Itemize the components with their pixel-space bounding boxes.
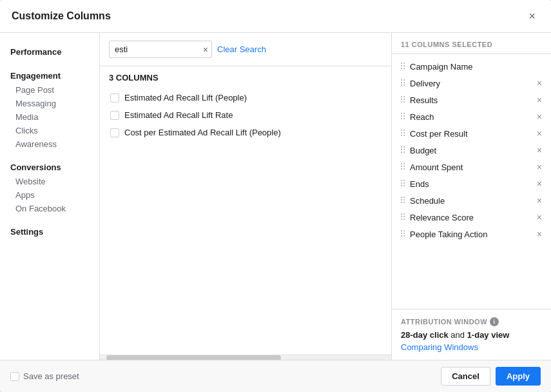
selected-item-3: ⠿ Reach × bbox=[392, 108, 551, 125]
selected-item-1: ⠿ Delivery × bbox=[392, 75, 551, 92]
selected-item-8: ⠿ Schedule × bbox=[392, 192, 551, 209]
search-input[interactable] bbox=[109, 41, 212, 58]
apply-button[interactable]: Apply bbox=[496, 367, 541, 386]
selected-item-6: ⠿ Amount Spent × bbox=[392, 159, 551, 175]
selected-item-4: ⠿ Cost per Result × bbox=[392, 125, 551, 142]
sidebar-item-messaging[interactable]: Messaging bbox=[0, 97, 99, 110]
customize-columns-modal: Customize Columns × Performance Engageme… bbox=[0, 0, 551, 392]
selected-item-10: ⠿ People Taking Action × bbox=[392, 226, 551, 242]
selected-item-9: ⠿ Relevance Score × bbox=[392, 209, 551, 226]
modal-body: Performance Engagement Page Post Messagi… bbox=[0, 33, 551, 360]
drag-handle-icon[interactable]: ⠿ bbox=[400, 162, 406, 172]
selected-item-label-1: Delivery bbox=[410, 79, 532, 88]
selected-item-label-4: Cost per Result bbox=[410, 129, 532, 139]
clear-icon[interactable]: × bbox=[203, 45, 208, 54]
drag-handle-icon[interactable]: ⠿ bbox=[400, 61, 406, 72]
column-label-1: Estimated Ad Recall Lift Rate bbox=[124, 110, 233, 120]
remove-button-2[interactable]: × bbox=[536, 95, 543, 104]
sidebar-item-awareness[interactable]: Awareness bbox=[0, 137, 99, 151]
search-input-wrapper: × bbox=[109, 41, 212, 58]
remove-button-6[interactable]: × bbox=[536, 162, 543, 172]
attribution-and-text: and bbox=[449, 330, 467, 340]
drag-handle-icon[interactable]: ⠿ bbox=[400, 78, 406, 88]
drag-handle-icon[interactable]: ⠿ bbox=[400, 212, 406, 222]
remove-button-8[interactable]: × bbox=[536, 196, 543, 205]
sidebar-section-performance[interactable]: Performance bbox=[0, 43, 99, 59]
remove-button-3[interactable]: × bbox=[536, 112, 543, 121]
sidebar-item-clicks[interactable]: Clicks bbox=[0, 124, 99, 137]
close-button[interactable]: × bbox=[525, 9, 539, 23]
comparing-windows-link[interactable]: Comparing Windows bbox=[401, 342, 478, 352]
drag-handle-icon[interactable]: ⠿ bbox=[400, 112, 406, 122]
selected-item-label-2: Results bbox=[410, 95, 532, 105]
column-label-2: Cost per Estimated Ad Recall Lift (Peopl… bbox=[124, 128, 281, 137]
sidebar-item-on-facebook[interactable]: On Facebook bbox=[0, 202, 99, 215]
modal-footer: Save as preset Cancel Apply bbox=[0, 360, 551, 392]
horizontal-scrollbar[interactable] bbox=[100, 355, 391, 360]
search-bar: × Clear Search bbox=[100, 33, 391, 66]
save-preset-area: Save as preset bbox=[10, 371, 79, 381]
drag-handle-icon[interactable]: ⠿ bbox=[400, 95, 406, 105]
save-preset-label: Save as preset bbox=[23, 371, 79, 381]
selected-item-label-9: Relevance Score bbox=[410, 213, 532, 222]
selected-item-7: ⠿ Ends × bbox=[392, 175, 551, 192]
info-icon[interactable]: i bbox=[490, 317, 499, 326]
selected-item-2: ⠿ Results × bbox=[392, 92, 551, 108]
selected-item-5: ⠿ Budget × bbox=[392, 142, 551, 159]
drag-handle-icon[interactable]: ⠿ bbox=[400, 195, 406, 206]
remove-button-4[interactable]: × bbox=[536, 129, 543, 138]
attribution-click-text: 28-day click bbox=[401, 330, 449, 340]
list-item: Estimated Ad Recall Lift (People) bbox=[109, 89, 382, 106]
selected-item-label-7: Ends bbox=[410, 179, 532, 189]
sidebar: Performance Engagement Page Post Messagi… bbox=[0, 33, 100, 360]
selected-header: 11 COLUMNS SELECTED bbox=[392, 33, 551, 54]
selected-item-label-6: Amount Spent bbox=[410, 162, 532, 172]
drag-handle-icon[interactable]: ⠿ bbox=[400, 128, 406, 139]
footer-buttons: Cancel Apply bbox=[441, 367, 541, 386]
sidebar-section-engagement[interactable]: Engagement bbox=[0, 67, 99, 83]
list-item: Estimated Ad Recall Lift Rate bbox=[109, 106, 382, 124]
remove-button-1[interactable]: × bbox=[536, 79, 543, 88]
columns-count: 3 COLUMNS bbox=[100, 66, 391, 86]
right-panel: 11 COLUMNS SELECTED ⠿ Campaign Name ⠿ De… bbox=[391, 33, 551, 360]
selected-item-label-10: People Taking Action bbox=[410, 230, 532, 239]
column-checkbox-1[interactable] bbox=[110, 111, 119, 120]
middle-panel: × Clear Search 3 COLUMNS Estimated Ad Re… bbox=[100, 33, 391, 360]
drag-handle-icon[interactable]: ⠿ bbox=[400, 145, 406, 155]
clear-search-button[interactable]: Clear Search bbox=[217, 44, 266, 54]
drag-handle-icon[interactable]: ⠿ bbox=[400, 179, 406, 189]
attribution-view-text: 1-day view bbox=[467, 330, 510, 340]
scrollbar-thumb bbox=[106, 355, 281, 360]
sidebar-section-conversions[interactable]: Conversions bbox=[0, 159, 99, 175]
save-preset-checkbox[interactable] bbox=[10, 372, 19, 381]
selected-item-label-8: Schedule bbox=[410, 196, 532, 206]
columns-list: Estimated Ad Recall Lift (People) Estima… bbox=[100, 86, 391, 355]
cancel-button[interactable]: Cancel bbox=[441, 367, 490, 386]
selected-list: ⠿ Campaign Name ⠿ Delivery × ⠿ Results ×… bbox=[392, 54, 551, 309]
attribution-text: 28-day click and 1-day view bbox=[401, 330, 542, 340]
attribution-section: ATTRIBUTION WINDOW i 28-day click and 1-… bbox=[392, 309, 551, 360]
list-item: Cost per Estimated Ad Recall Lift (Peopl… bbox=[109, 124, 382, 141]
sidebar-section-settings[interactable]: Settings bbox=[0, 223, 99, 239]
modal-header: Customize Columns × bbox=[0, 0, 551, 33]
column-checkbox-0[interactable] bbox=[110, 93, 119, 103]
attribution-header: ATTRIBUTION WINDOW i bbox=[401, 317, 542, 326]
remove-button-5[interactable]: × bbox=[536, 146, 543, 155]
modal-title: Customize Columns bbox=[12, 10, 111, 22]
attribution-header-label: ATTRIBUTION WINDOW bbox=[401, 318, 487, 326]
remove-button-9[interactable]: × bbox=[536, 213, 543, 222]
selected-item-label-5: Budget bbox=[410, 146, 532, 155]
sidebar-item-page-post[interactable]: Page Post bbox=[0, 83, 99, 97]
sidebar-item-media[interactable]: Media bbox=[0, 110, 99, 124]
remove-button-7[interactable]: × bbox=[536, 179, 543, 188]
selected-item-0: ⠿ Campaign Name bbox=[392, 58, 551, 75]
remove-button-10[interactable]: × bbox=[536, 230, 543, 239]
sidebar-item-apps[interactable]: Apps bbox=[0, 188, 99, 202]
column-checkbox-2[interactable] bbox=[110, 128, 119, 137]
sidebar-item-website[interactable]: Website bbox=[0, 175, 99, 188]
selected-item-label-3: Reach bbox=[410, 112, 532, 122]
column-label-0: Estimated Ad Recall Lift (People) bbox=[124, 93, 247, 103]
selected-item-label-0: Campaign Name bbox=[410, 62, 543, 72]
drag-handle-icon[interactable]: ⠿ bbox=[400, 229, 406, 239]
